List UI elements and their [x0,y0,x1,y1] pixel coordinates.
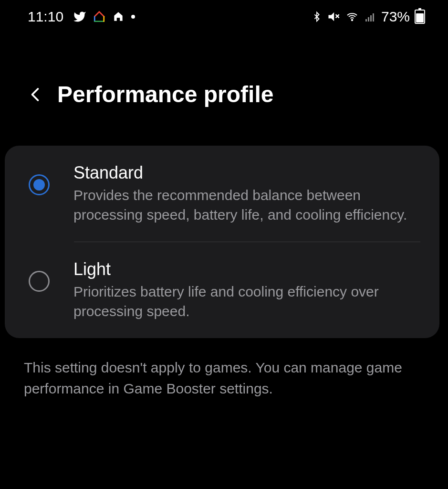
option-title: Light [73,259,420,279]
svg-rect-6 [373,13,374,21]
option-description: Provides the recommended balance between… [73,186,420,224]
page-title: Performance profile [57,81,273,107]
svg-rect-5 [370,15,372,21]
svg-rect-3 [365,19,367,21]
status-bar-left: 11:10 [28,9,135,25]
svg-rect-4 [368,17,369,21]
option-light[interactable]: Light Prioritizes battery life and cooli… [5,242,439,338]
option-title: Standard [73,163,420,183]
radio-light[interactable] [29,271,50,292]
footer-note: This setting doesn't apply to games. You… [0,338,448,408]
nest-icon [112,11,125,23]
mute-icon [327,10,340,23]
bluetooth-icon [312,10,322,23]
status-time: 11:10 [28,9,63,25]
google-home-icon [93,11,105,23]
option-text: Light Prioritizes battery life and cooli… [73,259,420,321]
status-bar: 11:10 73% [0,0,448,33]
status-bar-right: 73% [312,9,425,25]
more-notifications-dot [131,15,135,19]
back-button[interactable] [24,83,48,106]
option-standard[interactable]: Standard Provides the recommended balanc… [5,146,439,242]
battery-icon [415,10,425,24]
wifi-icon [345,11,359,22]
options-card: Standard Provides the recommended balanc… [5,146,439,338]
signal-icon [364,11,376,22]
battery-percent: 73% [381,9,410,25]
svg-point-2 [352,20,353,21]
header: Performance profile [0,33,448,127]
radio-standard[interactable] [29,174,50,195]
option-text: Standard Provides the recommended balanc… [73,163,420,224]
twitter-icon [73,10,86,23]
option-description: Prioritizes battery life and cooling eff… [73,282,420,321]
